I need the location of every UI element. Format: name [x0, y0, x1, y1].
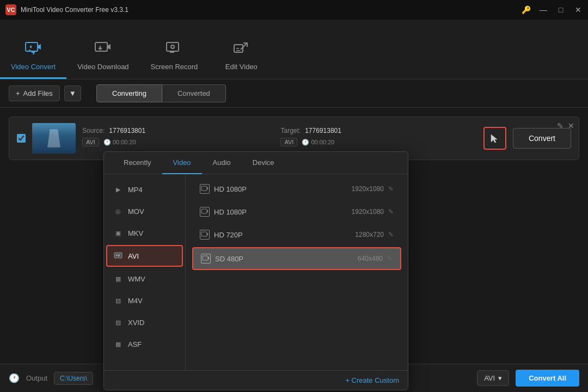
- xvid-label: XVID: [128, 318, 144, 327]
- nav-video-convert[interactable]: Video Convert: [0, 20, 66, 79]
- minimize-button[interactable]: —: [539, 5, 548, 14]
- converting-tab[interactable]: Converting: [96, 84, 162, 102]
- quality-sd480p-edit[interactable]: ✎: [387, 255, 393, 262]
- wmv-icon: ▦: [113, 273, 124, 284]
- mp4-label: MP4: [128, 186, 143, 194]
- file-checkbox[interactable]: [17, 134, 26, 143]
- nav-video-convert-label: Video Convert: [11, 63, 56, 71]
- quality-hd720p-label: HD 720P: [214, 231, 355, 239]
- quality-hd720p-res: 1280x720: [355, 231, 384, 238]
- mkv-icon: ▣: [113, 228, 124, 238]
- video-file-icon-3: [200, 230, 210, 240]
- quality-hd1080p-2-label: HD 1080P: [214, 208, 352, 216]
- app-title: MiniTool Video Converter Free v3.3.1: [21, 6, 128, 14]
- maximize-button[interactable]: □: [556, 5, 565, 14]
- format-item-asf[interactable]: ▩ ASF: [104, 333, 185, 355]
- toolbar: + Add Files ▼ Converting Converted: [0, 79, 588, 108]
- quality-sd480p-res: 640x480: [358, 255, 383, 262]
- nav-screen-record[interactable]: Screen Record: [140, 20, 209, 79]
- format-dropdown-label: AVI: [484, 374, 495, 382]
- tabs-container: Converting Converted: [96, 84, 226, 102]
- file-edit-button[interactable]: ✎: [557, 121, 564, 130]
- format-item-mkv[interactable]: ▣ MKV: [104, 222, 185, 244]
- tab-recently[interactable]: Recently: [113, 152, 162, 174]
- quality-sd480p[interactable]: SD 480P 640x480 ✎: [192, 247, 401, 270]
- format-list: ▶ MP4 ◎ MOV ▣ MKV: [104, 174, 186, 370]
- svg-rect-6: [201, 186, 207, 191]
- app-logo: VC: [5, 4, 16, 15]
- file-close-button[interactable]: ✕: [568, 121, 574, 130]
- source-duration: 🕐 00:00:20: [103, 139, 136, 146]
- format-select-arrow-button[interactable]: [483, 127, 506, 150]
- source-filename: 1776913801: [109, 127, 145, 134]
- avi-icon: [113, 250, 124, 261]
- target-filename: 1776913801: [305, 127, 341, 134]
- tab-audio[interactable]: Audio: [202, 152, 242, 174]
- format-item-wmv[interactable]: ▦ WMV: [104, 268, 185, 290]
- nav-edit-video[interactable]: Edit Video: [209, 20, 274, 79]
- mp4-icon: ▶: [113, 184, 124, 195]
- format-dropdown[interactable]: AVI ▾: [477, 370, 509, 386]
- nav-edit-video-label: Edit Video: [225, 63, 258, 71]
- tab-device[interactable]: Device: [242, 152, 285, 174]
- converted-tab[interactable]: Converted: [162, 84, 226, 102]
- nav-screen-record-label: Screen Record: [151, 63, 198, 71]
- create-custom-button[interactable]: + Create Custom: [345, 376, 399, 384]
- svg-rect-9: [203, 256, 208, 260]
- quality-hd1080p-2-edit[interactable]: ✎: [388, 208, 394, 216]
- format-item-avi[interactable]: AVI: [106, 245, 183, 267]
- quality-hd720p-edit[interactable]: ✎: [388, 231, 394, 238]
- output-label: Output: [26, 374, 47, 382]
- quality-hd1080p-1-res: 1920x1080: [352, 185, 384, 193]
- file-row-actions: ✎ ✕: [557, 121, 574, 130]
- quality-hd1080p-1-label: HD 1080P: [214, 185, 352, 193]
- convert-all-button[interactable]: Convert All: [516, 370, 579, 387]
- m4v-icon: ▧: [113, 295, 124, 306]
- add-files-dropdown-button[interactable]: ▼: [64, 85, 81, 101]
- quality-list: HD 1080P 1920x1080 ✎ HD 1080P 1920x1080 …: [186, 174, 408, 370]
- mkv-label: MKV: [128, 229, 143, 237]
- tab-video[interactable]: Video: [162, 152, 202, 174]
- avi-label: AVI: [128, 252, 139, 260]
- file-thumbnail: [32, 123, 76, 154]
- video-file-icon-2: [200, 207, 210, 217]
- close-button[interactable]: ✕: [574, 5, 583, 14]
- asf-label: ASF: [128, 340, 142, 348]
- popup-tabs: Recently Video Audio Device: [104, 152, 408, 174]
- format-item-mp4[interactable]: ▶ MP4: [104, 179, 185, 200]
- screen-record-icon: [166, 40, 183, 59]
- titlebar-controls[interactable]: 🔑 — □ ✕: [522, 5, 583, 14]
- mov-icon: ◎: [113, 206, 124, 217]
- format-item-mov[interactable]: ◎ MOV: [104, 200, 185, 222]
- source-format-badge: AVI: [82, 138, 99, 146]
- mov-label: MOV: [128, 207, 144, 216]
- target-label: Target:: [280, 127, 301, 134]
- svg-rect-2: [167, 42, 179, 51]
- quality-hd720p[interactable]: HD 720P 1280x720 ✎: [192, 224, 401, 245]
- wmv-label: WMV: [128, 275, 145, 283]
- nav-video-download[interactable]: Video Download: [66, 20, 139, 79]
- svg-rect-7: [201, 209, 207, 213]
- source-info: Source: 1776913801 AVI 🕐 00:00:20: [82, 127, 259, 150]
- quality-hd1080p-2[interactable]: HD 1080P 1920x1080 ✎: [192, 201, 401, 222]
- m4v-label: M4V: [128, 297, 143, 305]
- format-popup: Recently Video Audio Device ▶ MP4 ◎ MOV …: [103, 151, 408, 390]
- video-file-icon-1: [200, 184, 210, 194]
- convert-button[interactable]: Convert: [513, 128, 571, 149]
- video-file-icon-4: [201, 254, 211, 264]
- create-custom-container: + Create Custom: [104, 370, 408, 390]
- clock-output-icon: 🕐: [9, 373, 20, 383]
- format-item-xvid[interactable]: ▨ XVID: [104, 311, 185, 333]
- output-path[interactable]: C:\Users\: [54, 372, 93, 385]
- clock-icon: 🕐: [103, 139, 111, 146]
- svg-point-3: [171, 45, 174, 48]
- nav-video-download-label: Video Download: [77, 63, 128, 71]
- quality-hd1080p-1-edit[interactable]: ✎: [388, 185, 394, 193]
- target-duration: 🕐 00:00:20: [302, 139, 334, 146]
- target-info: Target: 1776913801 AVI 🕐 00:00:20: [280, 127, 457, 150]
- quality-sd480p-label: SD 480P: [215, 255, 358, 263]
- quality-hd1080p-2-res: 1920x1080: [352, 208, 384, 216]
- quality-hd1080p-1[interactable]: HD 1080P 1920x1080 ✎: [192, 179, 401, 199]
- format-item-m4v[interactable]: ▧ M4V: [104, 290, 185, 311]
- add-files-button[interactable]: + Add Files: [9, 85, 60, 101]
